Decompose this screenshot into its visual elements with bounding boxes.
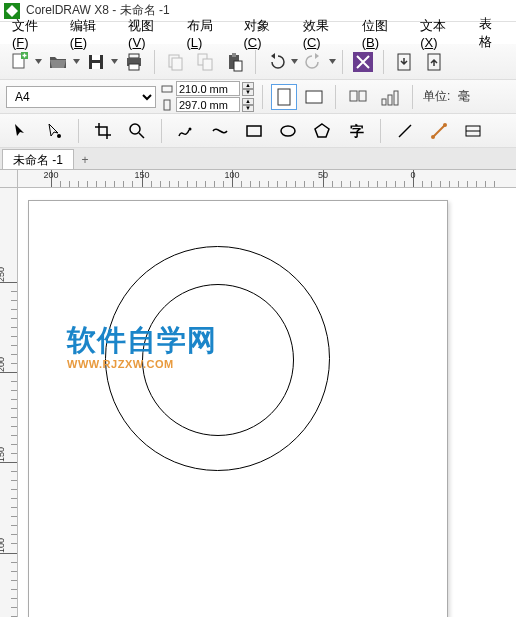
width-down[interactable]: ▼ xyxy=(242,89,254,96)
polygon-tool[interactable] xyxy=(308,117,336,145)
document-tab-bar: 未命名 -1 + xyxy=(0,148,516,170)
separator xyxy=(154,50,155,74)
open-button[interactable] xyxy=(44,48,72,76)
svg-rect-5 xyxy=(92,63,100,69)
toolbox: 字 xyxy=(0,114,516,148)
menu-text[interactable]: 文本(X) xyxy=(412,15,470,52)
page-height-input[interactable] xyxy=(176,97,240,112)
all-pages-button[interactable] xyxy=(344,83,372,111)
undo-dropdown-icon[interactable] xyxy=(290,59,298,64)
zoom-tool[interactable] xyxy=(123,117,151,145)
page-width-input[interactable] xyxy=(176,81,240,96)
freehand-tool[interactable] xyxy=(172,117,200,145)
svg-rect-15 xyxy=(234,61,242,71)
width-icon xyxy=(160,82,174,96)
svg-point-32 xyxy=(281,126,295,136)
separator xyxy=(412,85,413,109)
dimension-tool[interactable] xyxy=(459,117,487,145)
svg-point-28 xyxy=(57,134,61,138)
vertical-ruler[interactable]: 250200150100 xyxy=(0,188,18,617)
separator xyxy=(380,119,381,143)
height-up[interactable]: ▲ xyxy=(242,98,254,105)
watermark-text: 软件自学网 xyxy=(67,326,217,355)
svg-point-34 xyxy=(431,135,435,139)
height-down[interactable]: ▼ xyxy=(242,105,254,112)
current-page-button[interactable] xyxy=(376,83,404,111)
rectangle-tool[interactable] xyxy=(240,117,268,145)
undo-button[interactable] xyxy=(262,48,290,76)
unit-value: 毫 xyxy=(456,88,472,105)
svg-point-30 xyxy=(189,127,192,130)
cut-button xyxy=(161,48,189,76)
page-dimensions: ▲▼ ▲▼ xyxy=(160,81,254,112)
export-button[interactable] xyxy=(420,48,448,76)
separator xyxy=(335,85,336,109)
svg-rect-4 xyxy=(92,55,100,60)
copy-button xyxy=(191,48,219,76)
horizontal-ruler[interactable]: 200150100500 xyxy=(18,170,516,188)
menu-effect[interactable]: 效果(C) xyxy=(295,15,354,52)
search-button[interactable] xyxy=(349,48,377,76)
svg-rect-10 xyxy=(172,58,182,70)
redo-button xyxy=(300,48,328,76)
separator xyxy=(383,50,384,74)
print-button[interactable] xyxy=(120,48,148,76)
new-dropdown-icon[interactable] xyxy=(34,59,42,64)
menu-object[interactable]: 对象(C) xyxy=(236,15,295,52)
svg-rect-23 xyxy=(350,91,357,101)
svg-text:字: 字 xyxy=(350,123,364,139)
page: 软件自学网 WWW.RJZXW.COM xyxy=(28,200,448,617)
save-button[interactable] xyxy=(82,48,110,76)
portrait-button[interactable] xyxy=(271,84,297,110)
menu-bar: 文件(F) 编辑(E) 视图(V) 布局(L) 对象(C) 效果(C) 位图(B… xyxy=(0,22,516,44)
svg-rect-12 xyxy=(203,59,212,70)
property-bar: A4 ▲▼ ▲▼ 单位: 毫 xyxy=(0,80,516,114)
menu-table[interactable]: 表格 xyxy=(471,13,512,53)
redo-dropdown-icon[interactable] xyxy=(328,59,336,64)
watermark-url: WWW.RJZXW.COM xyxy=(67,358,174,370)
svg-rect-22 xyxy=(306,91,322,103)
width-up[interactable]: ▲ xyxy=(242,82,254,89)
svg-point-29 xyxy=(130,124,140,134)
add-tab-button[interactable]: + xyxy=(76,151,94,169)
menu-layout[interactable]: 布局(L) xyxy=(179,15,236,52)
menu-view[interactable]: 视图(V) xyxy=(120,15,178,52)
document-tab[interactable]: 未命名 -1 xyxy=(2,149,74,169)
svg-rect-25 xyxy=(382,99,386,105)
svg-rect-6 xyxy=(129,54,139,58)
svg-rect-20 xyxy=(164,100,170,110)
landscape-button[interactable] xyxy=(301,84,327,110)
separator xyxy=(255,50,256,74)
new-button[interactable] xyxy=(6,48,34,76)
svg-rect-19 xyxy=(162,86,172,92)
shape-tool[interactable] xyxy=(40,117,68,145)
artistic-media-tool[interactable] xyxy=(206,117,234,145)
menu-bitmap[interactable]: 位图(B) xyxy=(354,15,412,52)
svg-rect-26 xyxy=(388,95,392,105)
svg-rect-8 xyxy=(129,64,139,70)
separator xyxy=(78,119,79,143)
separator xyxy=(262,85,263,109)
svg-rect-14 xyxy=(232,53,236,57)
horizontal-ruler-wrap: 200150100500 xyxy=(0,170,516,188)
ruler-corner[interactable] xyxy=(0,170,18,188)
save-dropdown-icon[interactable] xyxy=(110,59,118,64)
open-dropdown-icon[interactable] xyxy=(72,59,80,64)
svg-point-35 xyxy=(443,123,447,127)
canvas[interactable]: 软件自学网 WWW.RJZXW.COM xyxy=(18,188,516,617)
paper-size-select[interactable]: A4 xyxy=(6,86,156,108)
work-area: 250200150100 软件自学网 WWW.RJZXW.COM xyxy=(0,188,516,617)
crop-tool[interactable] xyxy=(89,117,117,145)
svg-rect-24 xyxy=(359,91,366,101)
menu-edit[interactable]: 编辑(E) xyxy=(62,15,120,52)
text-tool[interactable]: 字 xyxy=(342,117,370,145)
pick-tool[interactable] xyxy=(6,117,34,145)
import-button[interactable] xyxy=(390,48,418,76)
ellipse-tool[interactable] xyxy=(274,117,302,145)
line-tool[interactable] xyxy=(391,117,419,145)
connector-tool[interactable] xyxy=(425,117,453,145)
height-icon xyxy=(160,98,174,112)
paste-button[interactable] xyxy=(221,48,249,76)
separator xyxy=(161,119,162,143)
menu-file[interactable]: 文件(F) xyxy=(4,15,62,52)
